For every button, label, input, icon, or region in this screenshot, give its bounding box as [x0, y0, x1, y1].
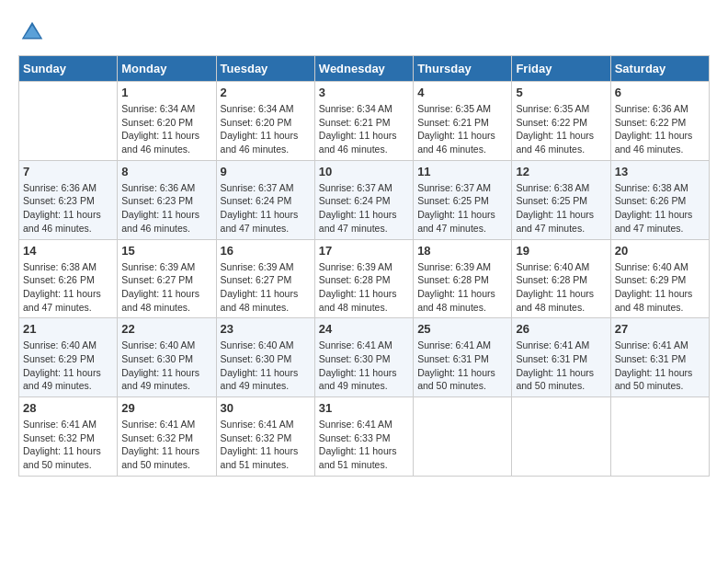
- calendar-cell: [512, 397, 610, 477]
- calendar-cell: 20 Sunrise: 6:40 AM Sunset: 6:29 PM Dayl…: [610, 239, 709, 318]
- sunrise-text: Sunrise: 6:35 AM: [516, 103, 589, 114]
- day-info: Sunrise: 6:38 AM Sunset: 6:25 PM Dayligh…: [516, 181, 606, 236]
- calendar-cell: [19, 82, 118, 161]
- day-info: Sunrise: 6:41 AM Sunset: 6:30 PM Dayligh…: [319, 339, 409, 393]
- calendar-cell: 16 Sunrise: 6:39 AM Sunset: 6:27 PM Dayl…: [216, 239, 314, 318]
- sunset-text: Sunset: 6:28 PM: [516, 274, 587, 285]
- sunrise-text: Sunrise: 6:37 AM: [221, 182, 294, 193]
- daylight-text: Daylight: 11 hours and 47 minutes.: [221, 209, 299, 234]
- day-number: 26: [516, 322, 606, 336]
- day-info: Sunrise: 6:39 AM Sunset: 6:28 PM Dayligh…: [319, 260, 409, 315]
- sunset-text: Sunset: 6:28 PM: [417, 274, 489, 285]
- calendar-cell: 17 Sunrise: 6:39 AM Sunset: 6:28 PM Dayl…: [314, 239, 413, 318]
- calendar-cell: 18 Sunrise: 6:39 AM Sunset: 6:28 PM Dayl…: [414, 239, 512, 318]
- sunrise-text: Sunrise: 6:41 AM: [221, 419, 294, 430]
- day-info: Sunrise: 6:34 AM Sunset: 6:20 PM Dayligh…: [221, 102, 311, 156]
- sunset-text: Sunset: 6:29 PM: [615, 274, 687, 285]
- calendar-cell: [414, 397, 512, 477]
- calendar-cell: 12 Sunrise: 6:38 AM Sunset: 6:25 PM Dayl…: [512, 160, 610, 239]
- daylight-text: Daylight: 11 hours and 46 minutes.: [319, 130, 397, 155]
- daylight-text: Daylight: 11 hours and 46 minutes.: [221, 130, 299, 155]
- day-number: 30: [221, 401, 311, 415]
- calendar-cell: 24 Sunrise: 6:41 AM Sunset: 6:30 PM Dayl…: [314, 318, 413, 397]
- day-info: Sunrise: 6:40 AM Sunset: 6:29 PM Dayligh…: [23, 339, 113, 393]
- calendar-cell: 3 Sunrise: 6:34 AM Sunset: 6:21 PM Dayli…: [314, 82, 413, 161]
- sunrise-text: Sunrise: 6:35 AM: [417, 103, 491, 114]
- day-number: 25: [417, 322, 507, 336]
- calendar-cell: 9 Sunrise: 6:37 AM Sunset: 6:24 PM Dayli…: [216, 160, 314, 239]
- sunset-text: Sunset: 6:27 PM: [121, 274, 193, 285]
- day-number: 27: [615, 322, 705, 336]
- daylight-text: Daylight: 11 hours and 48 minutes.: [319, 288, 397, 313]
- sunrise-text: Sunrise: 6:34 AM: [319, 103, 392, 114]
- day-number: 9: [221, 165, 311, 178]
- day-number: 23: [221, 322, 311, 336]
- calendar-cell: 5 Sunrise: 6:35 AM Sunset: 6:22 PM Dayli…: [512, 82, 610, 161]
- day-info: Sunrise: 6:39 AM Sunset: 6:27 PM Dayligh…: [221, 260, 311, 315]
- day-of-week-header: Sunday: [19, 56, 118, 82]
- daylight-text: Daylight: 11 hours and 49 minutes.: [319, 367, 397, 392]
- calendar-cell: 28 Sunrise: 6:41 AM Sunset: 6:32 PM Dayl…: [19, 397, 118, 477]
- calendar-week-row: 14 Sunrise: 6:38 AM Sunset: 6:26 PM Dayl…: [19, 239, 710, 318]
- sunrise-text: Sunrise: 6:34 AM: [221, 103, 294, 114]
- sunrise-text: Sunrise: 6:40 AM: [516, 261, 589, 272]
- day-info: Sunrise: 6:41 AM Sunset: 6:31 PM Dayligh…: [615, 339, 705, 393]
- sunset-text: Sunset: 6:25 PM: [417, 195, 489, 206]
- calendar-cell: 11 Sunrise: 6:37 AM Sunset: 6:25 PM Dayl…: [414, 160, 512, 239]
- daylight-text: Daylight: 11 hours and 50 minutes.: [516, 367, 594, 392]
- sunset-text: Sunset: 6:20 PM: [221, 117, 292, 128]
- calendar-cell: 13 Sunrise: 6:38 AM Sunset: 6:26 PM Dayl…: [610, 160, 709, 239]
- calendar-week-row: 1 Sunrise: 6:34 AM Sunset: 6:20 PM Dayli…: [19, 82, 710, 161]
- day-info: Sunrise: 6:36 AM Sunset: 6:23 PM Dayligh…: [23, 181, 113, 236]
- calendar-cell: 8 Sunrise: 6:36 AM Sunset: 6:23 PM Dayli…: [118, 160, 216, 239]
- days-of-week-row: SundayMondayTuesdayWednesdayThursdayFrid…: [19, 56, 710, 82]
- sunrise-text: Sunrise: 6:41 AM: [615, 339, 688, 350]
- day-info: Sunrise: 6:41 AM Sunset: 6:32 PM Dayligh…: [23, 418, 113, 472]
- daylight-text: Daylight: 11 hours and 50 minutes.: [615, 367, 693, 392]
- sunrise-text: Sunrise: 6:36 AM: [121, 182, 195, 193]
- sunrise-text: Sunrise: 6:41 AM: [319, 339, 392, 350]
- sunset-text: Sunset: 6:28 PM: [319, 274, 391, 285]
- calendar-cell: [610, 397, 709, 477]
- daylight-text: Daylight: 11 hours and 47 minutes.: [516, 209, 594, 234]
- calendar-cell: 14 Sunrise: 6:38 AM Sunset: 6:26 PM Dayl…: [19, 239, 118, 318]
- day-number: 15: [121, 244, 211, 258]
- daylight-text: Daylight: 11 hours and 47 minutes.: [417, 209, 495, 234]
- calendar-week-row: 21 Sunrise: 6:40 AM Sunset: 6:29 PM Dayl…: [19, 318, 710, 397]
- sunrise-text: Sunrise: 6:37 AM: [319, 182, 392, 193]
- sunrise-text: Sunrise: 6:39 AM: [417, 261, 491, 272]
- day-number: 21: [23, 322, 113, 336]
- sunrise-text: Sunrise: 6:38 AM: [23, 261, 97, 272]
- day-of-week-header: Monday: [118, 56, 216, 82]
- daylight-text: Daylight: 11 hours and 50 minutes.: [121, 445, 199, 470]
- day-info: Sunrise: 6:40 AM Sunset: 6:28 PM Dayligh…: [516, 260, 606, 315]
- day-number: 3: [319, 86, 409, 99]
- daylight-text: Daylight: 11 hours and 47 minutes.: [615, 209, 693, 234]
- calendar-table: SundayMondayTuesdayWednesdayThursdayFrid…: [18, 55, 710, 477]
- sunset-text: Sunset: 6:33 PM: [319, 432, 391, 443]
- day-info: Sunrise: 6:41 AM Sunset: 6:31 PM Dayligh…: [516, 339, 606, 393]
- sunset-text: Sunset: 6:23 PM: [121, 195, 193, 206]
- day-info: Sunrise: 6:41 AM Sunset: 6:32 PM Dayligh…: [121, 418, 211, 472]
- daylight-text: Daylight: 11 hours and 47 minutes.: [23, 288, 101, 313]
- day-number: 22: [121, 322, 211, 336]
- day-info: Sunrise: 6:39 AM Sunset: 6:27 PM Dayligh…: [121, 260, 211, 315]
- sunset-text: Sunset: 6:32 PM: [121, 432, 193, 443]
- calendar-cell: 23 Sunrise: 6:40 AM Sunset: 6:30 PM Dayl…: [216, 318, 314, 397]
- daylight-text: Daylight: 11 hours and 49 minutes.: [121, 367, 199, 392]
- day-number: 12: [516, 165, 606, 178]
- day-info: Sunrise: 6:34 AM Sunset: 6:21 PM Dayligh…: [319, 102, 409, 156]
- sunrise-text: Sunrise: 6:36 AM: [615, 103, 688, 114]
- daylight-text: Daylight: 11 hours and 48 minutes.: [615, 288, 693, 313]
- daylight-text: Daylight: 11 hours and 50 minutes.: [417, 367, 495, 392]
- daylight-text: Daylight: 11 hours and 46 minutes.: [615, 130, 693, 155]
- sunrise-text: Sunrise: 6:41 AM: [319, 419, 392, 430]
- calendar-cell: 10 Sunrise: 6:37 AM Sunset: 6:24 PM Dayl…: [314, 160, 413, 239]
- day-number: 4: [417, 86, 507, 99]
- daylight-text: Daylight: 11 hours and 46 minutes.: [417, 130, 495, 155]
- daylight-text: Daylight: 11 hours and 51 minutes.: [221, 445, 299, 470]
- calendar-week-row: 28 Sunrise: 6:41 AM Sunset: 6:32 PM Dayl…: [19, 397, 710, 477]
- day-of-week-header: Friday: [512, 56, 610, 82]
- day-of-week-header: Thursday: [414, 56, 512, 82]
- day-info: Sunrise: 6:41 AM Sunset: 6:32 PM Dayligh…: [221, 418, 311, 472]
